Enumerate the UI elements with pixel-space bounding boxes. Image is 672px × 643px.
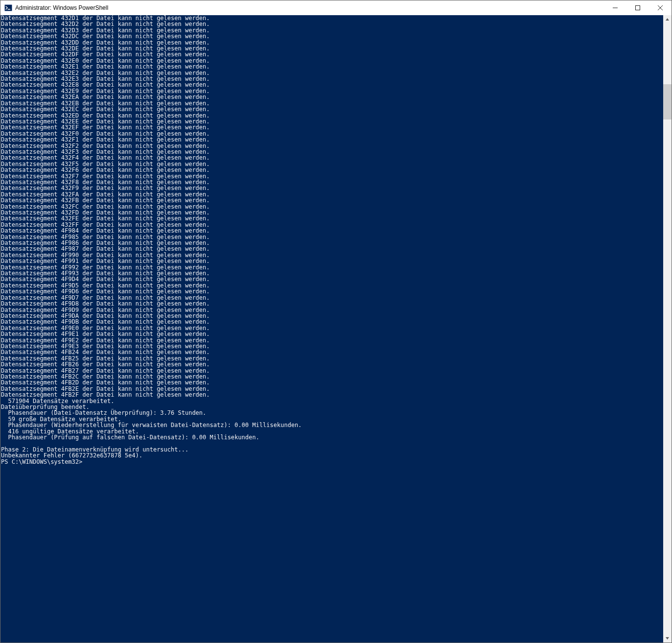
console-line: Datensatzsegment 432F1 der Datei kann ni…: [1, 137, 663, 143]
client-area: Datensatzsegment 432D1 der Datei kann ni…: [0, 15, 672, 643]
console-line: Datensatzsegment 432F6 der Datei kann ni…: [1, 167, 663, 173]
console-line: Datensatzsegment 4F984 der Datei kann ni…: [1, 228, 663, 234]
minimize-button[interactable]: [604, 0, 626, 15]
maximize-button[interactable]: [626, 0, 649, 15]
vertical-scrollbar[interactable]: [663, 15, 672, 643]
console-line: Datensatzsegment 432FB der Datei kann ni…: [1, 197, 663, 203]
console-line: Datensatzsegment 432DF der Datei kann ni…: [1, 51, 663, 57]
close-button[interactable]: [649, 0, 672, 15]
console-line: 571904 Datensätze verarbeitet.: [1, 398, 663, 404]
console-line: Datensatzsegment 4F987 der Datei kann ni…: [1, 246, 663, 252]
scrollbar-thumb[interactable]: [663, 84, 672, 119]
console-line: Datensatzsegment 432D2 der Datei kann ni…: [1, 21, 663, 27]
console-line: Datensatzsegment 4F9E1 der Datei kann ni…: [1, 331, 663, 337]
window-title: Administrator: Windows PowerShell: [15, 4, 108, 11]
console-line: Datensatzsegment 432DC der Datei kann ni…: [1, 33, 663, 39]
console-line: Phasendauer (Prüfung auf falschen Datei-…: [1, 434, 663, 440]
console-line: Datensatzsegment 4F9D6 der Datei kann ni…: [1, 288, 663, 294]
console-line: Datensatzsegment 432EC der Datei kann ni…: [1, 106, 663, 112]
console-line: Datensatzsegment 432E1 der Datei kann ni…: [1, 64, 663, 70]
scroll-up-button[interactable]: [663, 15, 672, 24]
window-controls: [604, 0, 672, 15]
console-line: Datensatzsegment 4FB2D der Datei kann ni…: [1, 380, 663, 385]
scroll-down-button[interactable]: [663, 634, 672, 643]
console-line: Unbekannter Fehler (6672732e637878 5e4).: [1, 452, 663, 458]
svg-rect-3: [636, 6, 640, 10]
console-line: Phasendauer (Wiederherstellung für verwa…: [1, 422, 663, 428]
console-output[interactable]: Datensatzsegment 432D1 der Datei kann ni…: [0, 15, 663, 643]
console-line: Datensatzsegment 4F9DB der Datei kann ni…: [1, 319, 663, 325]
console-line: Datensatzsegment 432EA der Datei kann ni…: [1, 94, 663, 100]
titlebar[interactable]: Administrator: Windows PowerShell: [0, 0, 672, 15]
console-line: Datensatzsegment 4F9D8 der Datei kann ni…: [1, 301, 663, 307]
console-line: Datensatzsegment 432E8 der Datei kann ni…: [1, 82, 663, 88]
console-line: Datensatzsegment 4FB26 der Datei kann ni…: [1, 361, 663, 367]
console-line: Datensatzsegment 432F9 der Datei kann ni…: [1, 185, 663, 191]
console-line: Datensatzsegment 432FE der Datei kann ni…: [1, 215, 663, 221]
console-line: Datensatzsegment 432F4 der Datei kann ni…: [1, 155, 663, 161]
powershell-window: Administrator: Windows PowerShell Datens…: [0, 0, 672, 643]
console-line: Datensatzsegment 4FB2F der Datei kann ni…: [1, 392, 663, 398]
console-line: PS C:\WINDOWS\system32>: [1, 459, 663, 465]
console-line: Phasendauer (Datei-Datensatz Überprüfung…: [1, 410, 663, 416]
powershell-icon: [4, 4, 12, 12]
console-line: Datensatzsegment 4FB24 der Datei kann ni…: [1, 349, 663, 355]
console-line: Datensatzsegment 4F9D4 der Datei kann ni…: [1, 276, 663, 282]
console-line: Datensatzsegment 432EF der Datei kann ni…: [1, 124, 663, 130]
svg-rect-0: [5, 5, 12, 11]
console-blank-line: [1, 440, 663, 446]
console-line: Datensatzsegment 4F991 der Datei kann ni…: [1, 258, 663, 264]
